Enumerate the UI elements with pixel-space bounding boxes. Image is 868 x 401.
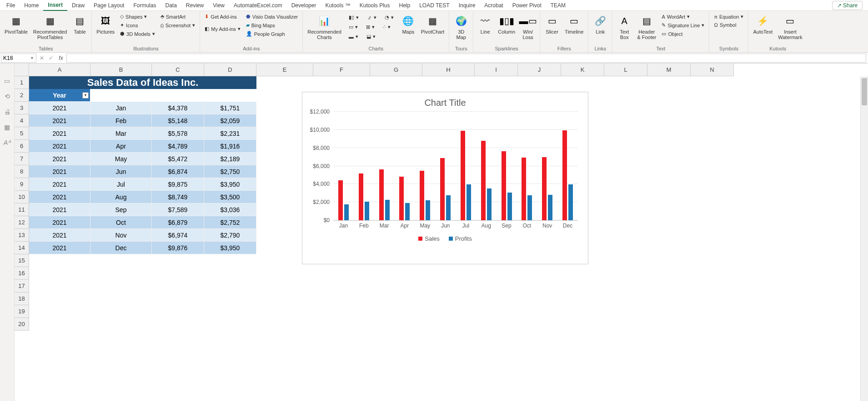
chart-scatter-button[interactable]: ∴▾ bbox=[381, 23, 392, 31]
bar-profits-Jan[interactable] bbox=[344, 204, 349, 220]
cell-C6[interactable]: $4,789 bbox=[152, 140, 204, 153]
cell-B14[interactable]: Dec bbox=[90, 242, 152, 254]
maps-button[interactable]: 🌐Maps bbox=[399, 13, 417, 35]
bar-group-Nov[interactable] bbox=[537, 157, 557, 220]
sparkline-column-button[interactable]: ▮▯▮Column bbox=[496, 13, 517, 35]
row-header-4[interactable]: 4 bbox=[15, 114, 29, 127]
cell-A6[interactable]: 2021 bbox=[29, 140, 90, 153]
chart-plot-area[interactable]: $0$2,000$4,000$6,000$8,000$10,000$12,000 bbox=[333, 112, 578, 221]
cell-D8[interactable]: $2,750 bbox=[204, 165, 256, 178]
row-header-18[interactable]: 18 bbox=[15, 292, 29, 305]
name-box[interactable]: K18▼ bbox=[1, 54, 36, 63]
bar-profits-Sep[interactable] bbox=[507, 193, 512, 220]
col-header-H[interactable]: H bbox=[422, 64, 475, 76]
bar-sales-Feb[interactable] bbox=[359, 173, 363, 220]
scroll-thumb[interactable] bbox=[862, 78, 867, 105]
link-button[interactable]: 🔗Link bbox=[591, 13, 609, 35]
3d-models-button[interactable]: ⬢3D Models ▾ bbox=[118, 30, 157, 38]
cell-C3[interactable]: $4,378 bbox=[152, 102, 204, 114]
row-header-5[interactable]: 5 bbox=[15, 127, 29, 140]
cell-A13[interactable]: 2021 bbox=[29, 229, 90, 242]
bar-profits-Oct[interactable] bbox=[527, 195, 532, 220]
bar-sales-Aug[interactable] bbox=[481, 141, 486, 220]
timeline-button[interactable]: ▭Timeline bbox=[563, 13, 585, 35]
cell-D3[interactable]: $1,751 bbox=[204, 102, 256, 114]
cell-D14[interactable]: $3,950 bbox=[204, 242, 256, 254]
bar-group-May[interactable] bbox=[415, 171, 435, 220]
col-header-M[interactable]: M bbox=[647, 64, 691, 76]
chart-legend[interactable]: SalesProfits bbox=[308, 235, 582, 242]
cell-D7[interactable]: $2,189 bbox=[204, 153, 256, 165]
cell-B12[interactable]: Oct bbox=[90, 216, 152, 229]
col-header-K[interactable]: K bbox=[561, 64, 604, 76]
chart-title[interactable]: Chart Title bbox=[308, 98, 582, 108]
cell-C5[interactable]: $5,578 bbox=[152, 127, 204, 140]
row-header-9[interactable]: 9 bbox=[15, 178, 29, 191]
cell-C9[interactable]: $9,875 bbox=[152, 178, 204, 191]
chart-hierarchy-button[interactable]: ▭▾ bbox=[347, 23, 360, 31]
col-header-A[interactable]: A bbox=[29, 64, 90, 76]
bar-profits-Dec[interactable] bbox=[568, 184, 573, 220]
3d-map-button[interactable]: 🌍3D Map bbox=[452, 13, 470, 41]
pivotchart-button[interactable]: ▦PivotChart bbox=[419, 13, 446, 35]
menu-view[interactable]: View bbox=[208, 0, 229, 10]
cell-D5[interactable]: $2,231 bbox=[204, 127, 256, 140]
filter-year[interactable]: ▾ bbox=[82, 92, 89, 99]
cell-A5[interactable]: 2021 bbox=[29, 127, 90, 140]
row-header-20[interactable]: 20 bbox=[15, 318, 29, 331]
row-header-14[interactable]: 14 bbox=[15, 242, 29, 254]
cell-B4[interactable]: Feb bbox=[90, 114, 152, 127]
cell-A8[interactable]: 2021 bbox=[29, 165, 90, 178]
row-header-1[interactable]: 1 bbox=[15, 76, 29, 89]
cell-A7[interactable]: 2021 bbox=[29, 153, 90, 165]
bar-profits-Apr[interactable] bbox=[405, 203, 410, 220]
cell-C4[interactable]: $5,148 bbox=[152, 114, 204, 127]
cell-D4[interactable]: $2,059 bbox=[204, 114, 256, 127]
bar-profits-Mar[interactable] bbox=[385, 200, 390, 220]
name-box-dropdown-icon[interactable]: ▼ bbox=[30, 56, 34, 60]
row-header-12[interactable]: 12 bbox=[15, 216, 29, 229]
side-panel-btn-1[interactable]: ▭ bbox=[4, 77, 10, 84]
row-header-11[interactable]: 11 bbox=[15, 203, 29, 216]
bar-sales-Jul[interactable] bbox=[461, 131, 465, 221]
cell-C11[interactable]: $7,589 bbox=[152, 203, 204, 216]
menu-automateexcel-com[interactable]: AutomateExcel.com bbox=[229, 0, 287, 10]
cell-B11[interactable]: Sep bbox=[90, 203, 152, 216]
cell-C12[interactable]: $6,879 bbox=[152, 216, 204, 229]
cell-B9[interactable]: Jul bbox=[90, 178, 152, 191]
legend-item-sales[interactable]: Sales bbox=[418, 235, 440, 242]
cell-A10[interactable]: 2021 bbox=[29, 191, 90, 203]
select-all-button[interactable] bbox=[15, 64, 29, 76]
menu-kutools-[interactable]: Kutools ™ bbox=[321, 0, 355, 10]
cell-A9[interactable]: 2021 bbox=[29, 178, 90, 191]
bar-profits-May[interactable] bbox=[426, 200, 430, 220]
bar-group-Sep[interactable] bbox=[497, 151, 517, 220]
col-header-J[interactable]: J bbox=[518, 64, 561, 76]
menu-team[interactable]: TEAM bbox=[546, 0, 570, 10]
bar-group-Mar[interactable] bbox=[374, 169, 395, 220]
menu-help[interactable]: Help bbox=[394, 0, 415, 10]
menu-data[interactable]: Data bbox=[161, 0, 181, 10]
table-header-year[interactable]: Year▾ bbox=[29, 89, 90, 102]
bar-sales-Jan[interactable] bbox=[338, 180, 343, 220]
bar-profits-Jul[interactable] bbox=[467, 184, 471, 220]
bar-group-Oct[interactable] bbox=[517, 158, 537, 220]
chart-line-button[interactable]: ⫽▾ bbox=[365, 14, 378, 21]
cancel-formula-button[interactable]: ✕ bbox=[37, 55, 46, 61]
menu-review[interactable]: Review bbox=[181, 0, 208, 10]
grid[interactable]: ABCDEFGHIJKLMN 1234567891011121314151617… bbox=[15, 64, 868, 401]
col-header-I[interactable]: I bbox=[475, 64, 518, 76]
menu-insert[interactable]: Insert bbox=[43, 0, 67, 11]
cell-C7[interactable]: $5,472 bbox=[152, 153, 204, 165]
row-header-16[interactable]: 16 bbox=[15, 267, 29, 280]
chart-waterfall-button[interactable]: ▬▾ bbox=[347, 33, 360, 40]
bar-group-Jul[interactable] bbox=[456, 131, 476, 221]
cell-A14[interactable]: 2021 bbox=[29, 242, 90, 254]
row-header-7[interactable]: 7 bbox=[15, 153, 29, 165]
row-header-13[interactable]: 13 bbox=[15, 229, 29, 242]
cell-B8[interactable]: Jun bbox=[90, 165, 152, 178]
row-header-6[interactable]: 6 bbox=[15, 140, 29, 153]
text-box-button[interactable]: AText Box bbox=[615, 13, 633, 41]
cell-D10[interactable]: $3,500 bbox=[204, 191, 256, 203]
bar-sales-Jun[interactable] bbox=[440, 158, 445, 220]
